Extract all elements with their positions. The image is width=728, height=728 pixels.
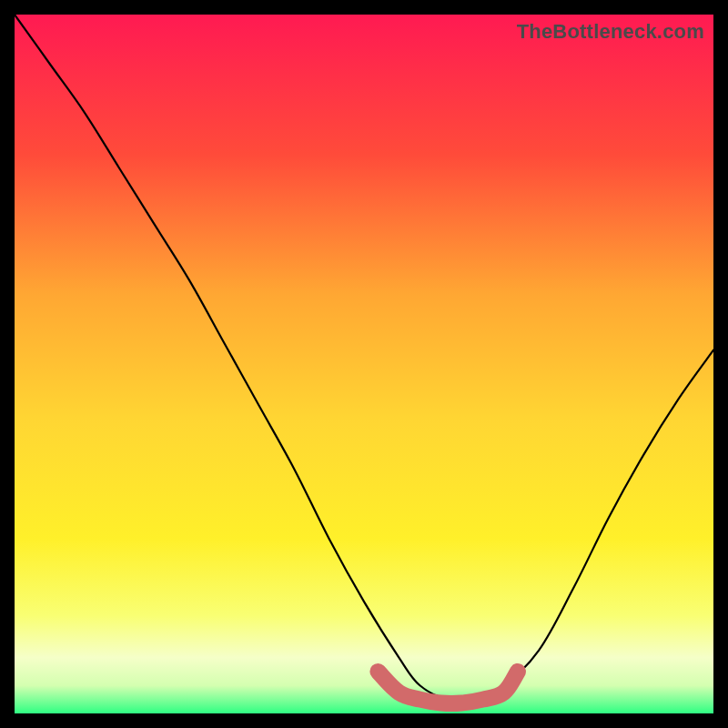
optimal-range-marker [378,672,518,703]
marker-layer [15,15,713,713]
chart-frame: TheBottleneck.com [15,15,713,713]
